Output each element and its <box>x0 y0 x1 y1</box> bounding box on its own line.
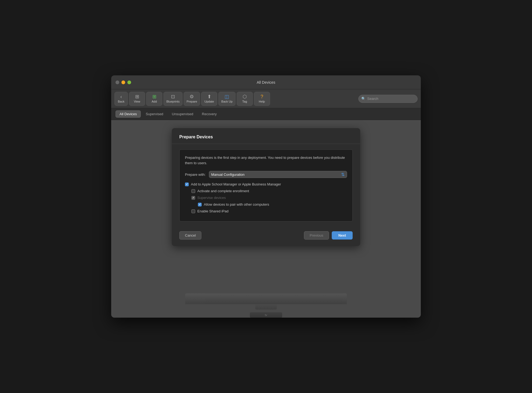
checkbox-allow-pair-label: Allow devices to pair with other compute… <box>204 202 269 206</box>
help-label: Help <box>259 100 265 103</box>
checkbox-shared-ipad-label: Enable Shared iPad <box>197 209 229 213</box>
dialog-title: Prepare Devices <box>179 135 213 139</box>
minimize-button[interactable] <box>121 80 125 84</box>
add-label: Add <box>152 100 157 103</box>
info-text: Preparing devices is the first step in a… <box>185 155 347 166</box>
close-button[interactable] <box>116 80 119 84</box>
search-box[interactable]: 🔍 Search <box>358 95 418 103</box>
checkbox-row-supervise: Supervise devices <box>185 196 347 200</box>
traffic-lights <box>116 80 131 84</box>
cancel-button[interactable]: Cancel <box>179 231 201 240</box>
content-area: tv Prepare Devices Preparing devices is … <box>111 120 421 318</box>
dialog-body: Preparing devices is the first step in a… <box>172 144 360 227</box>
dialog-footer: Cancel Previous Next <box>172 227 360 246</box>
view-icon: ⊞ <box>135 94 139 99</box>
checkbox-shared-ipad[interactable] <box>191 209 195 213</box>
view-label: View <box>134 100 140 103</box>
checkbox-row-shared-ipad: Enable Shared iPad <box>185 209 347 213</box>
view-button[interactable]: ⊞ View <box>129 92 145 106</box>
device-base <box>185 293 347 304</box>
blueprints-label: Blueprints <box>166 100 180 103</box>
dialog-header: Prepare Devices <box>172 128 360 144</box>
prepare-button[interactable]: ⚙ Prepare <box>184 92 200 106</box>
prepare-dialog: Prepare Devices Preparing devices is the… <box>172 128 360 246</box>
tag-button[interactable]: ⬡ Tag <box>237 92 253 106</box>
blueprints-icon: ⊡ <box>171 94 175 99</box>
add-icon: ⊞ <box>152 94 156 99</box>
help-button[interactable]: ? Help <box>254 92 270 106</box>
backup-label: Back Up <box>221 100 233 103</box>
update-label: Update <box>204 100 214 103</box>
checkbox-row-apple-manager: Add to Apple School Manager or Apple Bus… <box>185 182 347 186</box>
checkbox-row-allow-pair: Allow devices to pair with other compute… <box>185 202 347 206</box>
tab-supervised[interactable]: Supervised <box>142 111 167 117</box>
checkbox-activate-label: Activate and complete enrollment <box>197 189 249 193</box>
checkbox-activate[interactable] <box>191 189 195 193</box>
tab-unsupervised[interactable]: Unsupervised <box>168 111 197 117</box>
maximize-button[interactable] <box>127 80 131 84</box>
checkbox-apple-manager-label: Add to Apple School Manager or Apple Bus… <box>191 182 281 186</box>
checkbox-apple-manager[interactable] <box>185 183 189 186</box>
tag-icon: ⬡ <box>243 94 247 99</box>
toolbar: ‹ Back ⊞ View ⊞ Add ⊡ Blueprints ⚙ Prepa… <box>111 89 421 108</box>
tabs-bar: All Devices Supervised Unsupervised Reco… <box>111 108 421 120</box>
checkbox-supervise-label: Supervise devices <box>197 196 226 200</box>
prepare-icon: ⚙ <box>190 94 194 99</box>
checkbox-allow-pair[interactable] <box>198 203 202 206</box>
update-button[interactable]: ⬆ Update <box>201 92 217 106</box>
back-button[interactable]: ‹ Back <box>114 92 128 106</box>
search-icon: 🔍 <box>361 97 366 101</box>
tag-label: Tag <box>242 100 247 103</box>
chevron-updown-icon: ⇅ <box>341 172 345 177</box>
prepare-with-label: Prepare with: <box>185 173 206 177</box>
main-window: All Devices ‹ Back ⊞ View ⊞ Add ⊡ Bluepr… <box>111 75 421 318</box>
add-button[interactable]: ⊞ Add <box>146 92 162 106</box>
window-title: All Devices <box>257 80 275 85</box>
back-label: Back <box>118 100 124 103</box>
checkbox-supervise[interactable] <box>191 196 195 200</box>
previous-button[interactable]: Previous <box>304 231 329 240</box>
title-bar: All Devices <box>111 75 421 89</box>
device-background: tv <box>185 293 347 318</box>
prepare-with-dropdown[interactable]: Manual Configuration ⇅ <box>209 171 347 178</box>
tab-all-devices[interactable]: All Devices <box>116 110 141 118</box>
checkbox-row-activate: Activate and complete enrollment <box>185 189 347 193</box>
info-box: Preparing devices is the first step in a… <box>179 149 353 222</box>
blueprints-button[interactable]: ⊡ Blueprints <box>163 92 183 106</box>
next-button[interactable]: Next <box>332 231 353 240</box>
prepare-label: Prepare <box>187 100 197 103</box>
dropdown-value: Manual Configuration <box>211 173 245 177</box>
help-icon: ? <box>261 94 263 99</box>
navigation-buttons: Previous Next <box>304 231 353 240</box>
search-placeholder: Search <box>367 97 378 101</box>
backup-icon: ◫ <box>225 94 229 99</box>
apple-tv-device: tv <box>250 312 282 318</box>
prepare-with-row: Prepare with: Manual Configuration ⇅ <box>185 171 347 178</box>
back-icon: ‹ <box>120 94 122 99</box>
update-icon: ⬆ <box>207 94 211 99</box>
tab-recovery[interactable]: Recovery <box>198 111 220 117</box>
device-stand <box>255 304 277 310</box>
backup-button[interactable]: ◫ Back Up <box>218 92 236 106</box>
